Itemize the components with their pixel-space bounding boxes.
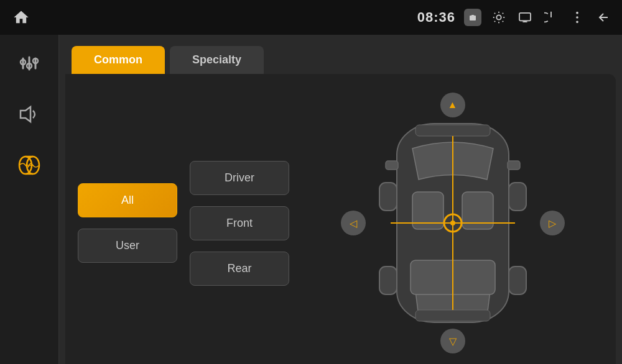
- menu-dots-icon[interactable]: [569, 9, 586, 26]
- content-area: All User Driver Front Rear ▲ ▽ ◁ ▷: [65, 74, 616, 364]
- driver-button[interactable]: Driver: [190, 161, 289, 195]
- home-icon[interactable]: [10, 6, 32, 29]
- car-diagram: ▲ ▽ ◁ ▷: [302, 86, 603, 360]
- power-icon[interactable]: [542, 9, 560, 26]
- car-illustration: [353, 86, 552, 360]
- sidebar-item-sound-mode[interactable]: [11, 149, 48, 181]
- svg-rect-1: [519, 13, 531, 21]
- display-icon[interactable]: [516, 9, 534, 26]
- svg-rect-22: [415, 310, 490, 321]
- arrow-up-button[interactable]: ▲: [440, 93, 465, 117]
- sidebar-item-equalizer[interactable]: [11, 47, 48, 80]
- arrow-left-button[interactable]: ◁: [341, 211, 366, 235]
- main-controls: All User: [78, 86, 177, 360]
- arrow-right-button[interactable]: ▷: [540, 211, 565, 235]
- svg-rect-23: [386, 161, 398, 170]
- svg-point-3: [576, 16, 578, 19]
- sidebar: [0, 35, 59, 364]
- status-bar-right: 08:36: [417, 9, 612, 26]
- svg-rect-21: [415, 125, 490, 136]
- svg-rect-24: [508, 161, 520, 170]
- all-button[interactable]: All: [78, 183, 177, 217]
- svg-marker-11: [21, 107, 30, 122]
- brightness-icon[interactable]: [490, 9, 508, 26]
- camera-icon[interactable]: [464, 9, 481, 26]
- arrow-down-button[interactable]: ▽: [440, 329, 465, 353]
- svg-rect-27: [379, 266, 397, 294]
- back-icon[interactable]: [595, 9, 612, 26]
- sidebar-item-volume[interactable]: [11, 98, 48, 130]
- svg-rect-26: [509, 183, 526, 211]
- tab-specialty[interactable]: Specialty: [170, 46, 264, 74]
- status-bar-left: [10, 6, 32, 29]
- svg-rect-28: [509, 266, 526, 294]
- status-bar: 08:36: [0, 0, 622, 35]
- status-time: 08:36: [417, 9, 455, 25]
- svg-rect-25: [379, 183, 397, 211]
- svg-point-4: [576, 21, 578, 24]
- svg-point-32: [450, 221, 455, 225]
- user-button[interactable]: User: [78, 229, 177, 263]
- panel: Common Specialty All User Driver Front R…: [59, 35, 622, 364]
- svg-point-0: [496, 15, 501, 19]
- front-button[interactable]: Front: [190, 206, 289, 240]
- rear-button[interactable]: Rear: [190, 252, 289, 286]
- svg-point-2: [576, 12, 578, 14]
- car-svg-container: ▲ ▽ ◁ ▷: [353, 86, 552, 360]
- tab-common[interactable]: Common: [72, 46, 165, 74]
- main-content: Common Specialty All User Driver Front R…: [0, 35, 622, 364]
- zone-controls: Driver Front Rear: [190, 86, 289, 360]
- tab-area: Common Specialty: [59, 35, 622, 74]
